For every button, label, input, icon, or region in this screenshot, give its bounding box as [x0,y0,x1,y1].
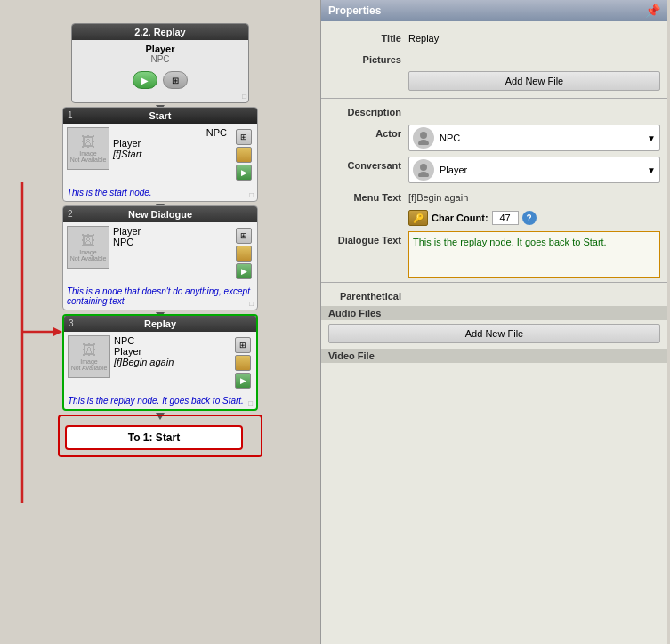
node-top-subactor: NPC [76,54,245,64]
char-count-row: 🔑 Char Count: 47 ? [321,207,667,229]
svg-marker-2 [53,327,62,336]
node-new-dialogue: 2 New Dialogue 🖼 ImageNot Available Play… [62,205,258,310]
to-start-box: To 1: Start [65,425,243,450]
parenthetical-row: Parenthetical [321,285,667,306]
node-replay-btn1[interactable]: ⊞ [235,337,251,353]
node-top-title: 2.2. Replay [134,27,185,37]
node-replay-description: This is the replay node. It goes back to… [64,394,256,409]
node-start-title: Start [149,110,171,121]
menu-text-label: Menu Text [328,189,408,203]
properties-content: Title Replay Pictures Add New File Descr… [321,21,667,644]
node-start-content: NPC Player [f]Start [113,127,230,182]
pin-icon[interactable]: 📌 [645,4,660,18]
node-start-script: [f]Start [113,149,230,159]
node-top-link-btn[interactable]: ⊞ [163,71,188,89]
node-new-dialogue-btn1[interactable]: ⊞ [236,228,252,244]
node-start-header: 1 Start [63,108,257,124]
actor-name: NPC [440,133,460,143]
node-start-btns: ⊞ ▶ [234,127,254,182]
char-count-wrap: 🔑 Char Count: 47 ? [408,210,660,226]
conversant-thumb [413,159,434,181]
node-replay-top: 2.2. Replay Player NPC ▶ ⊞ □ [71,23,249,103]
menu-text-value: [f]Begin again [408,189,660,203]
dialogue-text-wrap: This is the replay node. It goes back to… [408,231,660,278]
node-replay-content: NPC Player [f]Begin again [114,335,230,390]
node-new-dialogue-num: 2 [68,209,73,219]
svg-point-3 [420,132,427,139]
node-new-dialogue-actor: Player [113,226,230,237]
node-replay-actor: NPC [114,335,230,346]
add-pictures-btn[interactable]: Add New File [408,71,660,91]
audio-section-header: Audio Files [321,306,667,320]
conversant-dropdown-arrow: ▼ [647,165,656,175]
conversant-dropdown-wrap: Player ▼ [408,157,660,183]
loop-arrow-svg [13,182,62,511]
title-label: Title [328,29,408,44]
conversant-dropdown[interactable]: Player ▼ [408,157,660,183]
node-replay-subactor: Player [114,346,230,357]
properties-title: Properties [328,4,381,17]
conversant-avatar-icon [416,163,431,177]
properties-titlebar: Properties 📌 [321,0,667,21]
to-start-label: To 1: Start [128,431,180,444]
node-top-play-btn[interactable]: ▶ [133,71,157,89]
node-start-player: Player [113,138,230,149]
help-icon[interactable]: ? [522,211,537,225]
node-new-dialogue-subactor: NPC [113,237,230,247]
left-panel: 2.2. Replay Player NPC ▶ ⊞ □ 1 Start [0,0,320,644]
actor-dropdown-arrow: ▼ [647,133,656,143]
parenthetical-label: Parenthetical [328,287,408,302]
audio-add-row: Add New File [321,320,667,349]
actor-thumb [413,127,434,149]
svg-point-5 [420,164,427,171]
node-start-image: 🖼 ImageNot Available [67,127,109,170]
node-replay-header: 3 Replay [64,316,256,332]
conversant-row: Conversant Player ▼ [321,154,667,186]
conversant-name: Player [440,165,467,175]
node-replay-num: 3 [69,318,74,328]
title-row: Title Replay [321,27,667,48]
actor-avatar-icon [416,131,431,145]
node-start-footer: □ [249,191,254,199]
dialogue-text-label: Dialogue Text [328,231,408,246]
dialogue-text-area[interactable]: This is the replay node. It goes back to… [408,231,660,278]
node-new-dialogue-image: 🖼 ImageNot Available [67,226,109,269]
description-row: Description [321,101,667,122]
node-start: 1 Start 🖼 ImageNot Available NPC Player [62,107,258,202]
node-start-body: 🖼 ImageNot Available NPC Player [f]Start [63,124,257,186]
pictures-label: Pictures [328,51,408,65]
char-count-label: Char Count: [432,213,488,223]
node-replay: 3 Replay 🖼 ImageNot Available NPC Player [62,314,258,411]
node-start-npc: NPC [113,127,230,138]
node-start-description: This is the start node. [63,186,257,201]
node-new-dialogue-header: 2 New Dialogue [63,206,257,222]
title-value: Replay [408,29,660,44]
node-new-dialogue-btn3[interactable]: ▶ [236,263,252,279]
node-replay-btn2[interactable] [235,355,251,371]
conversant-label: Conversant [328,157,408,171]
pictures-row: Pictures [321,48,667,69]
node-new-dialogue-btn2[interactable] [236,246,252,262]
node-replay-body: 🖼 ImageNot Available NPC Player [f]Begin… [64,332,256,394]
node-replay-btn3[interactable]: ▶ [235,373,251,389]
node-new-dialogue-btns: ⊞ ▶ [234,226,254,281]
node-replay-script: [f]Begin again [114,357,230,367]
actor-dropdown[interactable]: NPC ▼ [408,125,660,151]
node-start-btn3[interactable]: ▶ [236,165,252,181]
node-new-dialogue-body: 🖼 ImageNot Available Player NPC ⊞ ▶ [63,222,257,285]
right-panel: Properties 📌 Title Replay Pictures Add N… [320,0,667,644]
char-count-value: 47 [492,211,519,225]
audio-files-label: Audio Files [328,308,381,318]
svg-point-4 [418,140,429,145]
video-file-label: Video File [328,350,375,361]
node-top-corner: □ [72,93,248,102]
add-audio-btn[interactable]: Add New File [328,324,660,343]
actor-dropdown-wrap: NPC ▼ [408,125,660,151]
node-new-dialogue-title: New Dialogue [128,209,192,220]
node-start-btn1[interactable]: ⊞ [236,129,252,145]
pictures-add-row: Add New File [321,69,667,96]
node-replay-title: Replay [144,318,176,329]
node-top-actor: Player [76,44,245,54]
node-top-buttons: ▶ ⊞ [72,68,248,93]
node-start-btn2[interactable] [236,147,252,163]
